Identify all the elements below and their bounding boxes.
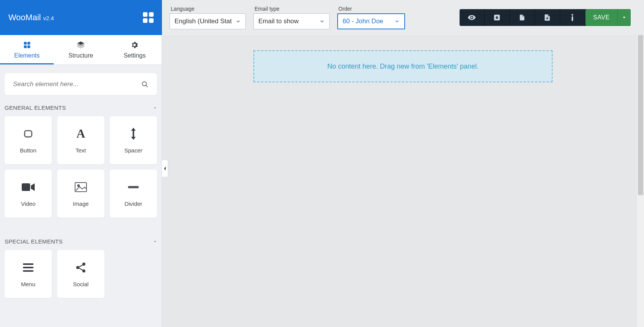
caret-down-icon [153,106,157,110]
info-button[interactable] [560,9,585,26]
vertical-scrollbar[interactable] [637,35,644,327]
chevron-down-icon [316,19,325,24]
svg-rect-21 [23,263,34,265]
language-group: Language English (United States) [170,6,246,29]
element-social[interactable]: Social [57,250,104,298]
svg-rect-5 [24,45,26,48]
search-box[interactable] [5,73,157,95]
import-button[interactable] [485,9,510,26]
tab-elements-label: Elements [14,52,40,59]
language-select[interactable]: English (United States) [170,13,246,29]
svg-rect-15 [22,183,30,191]
svg-rect-23 [23,270,34,272]
section-special-label: SPECIAL ELEMENTS [5,238,63,245]
language-value: English (United States) [175,18,232,25]
preview-button[interactable] [460,9,485,26]
order-value: 60 - John Doe [343,18,383,25]
action-bar: SAVE [460,9,631,26]
scrollbar-thumb[interactable] [638,35,643,195]
text-icon: A [76,127,85,140]
element-divider-label: Divider [125,200,143,207]
svg-point-0 [572,14,573,16]
app-version: v2.4 [43,15,54,21]
emailtype-value: Email to show [258,18,299,25]
section-general-label: GENERAL ELEMENTS [5,104,66,111]
svg-marker-20 [154,241,156,242]
tab-structure[interactable]: Structure [54,35,107,64]
elements-icon [23,41,31,49]
svg-point-10 [142,82,146,86]
settings-icon [130,41,139,49]
language-label: Language [171,6,246,12]
element-menu[interactable]: Menu [5,250,52,298]
svg-rect-6 [27,45,30,48]
spacer-icon [130,127,136,140]
element-spacer[interactable]: Spacer [110,116,157,164]
element-button[interactable]: Button [5,116,52,164]
svg-rect-4 [27,42,30,44]
empty-message: No content here. Drag new from 'Elements… [327,63,479,71]
sidebar: Elements Structure Settings GENERAL ELEM… [0,35,162,327]
svg-rect-22 [23,267,34,268]
svg-marker-14 [131,128,136,140]
special-elements-grid: Menu Social [0,250,162,298]
element-spacer-label: Spacer [124,147,143,154]
svg-rect-13 [25,130,32,136]
section-special[interactable]: SPECIAL ELEMENTS [0,229,162,250]
search-input[interactable] [13,80,141,88]
section-general[interactable]: GENERAL ELEMENTS [0,102,162,116]
save-button[interactable]: SAVE [585,9,631,26]
svg-line-11 [146,85,148,87]
svg-rect-28 [78,267,83,270]
svg-rect-27 [78,264,83,267]
export-page-button[interactable] [535,9,560,26]
order-label: Order [338,6,405,12]
save-dropdown[interactable] [617,10,630,26]
sidebar-header: WooMail v2.4 [0,0,162,35]
canvas[interactable]: No content here. Drag new from 'Elements… [162,35,644,327]
element-text-label: Text [75,147,86,154]
tab-settings[interactable]: Settings [108,35,162,64]
svg-rect-3 [24,42,26,44]
sidebar-collapse-handle[interactable] [162,160,168,177]
video-icon [22,181,35,194]
toolbar-right: SAVE [460,9,631,26]
search-icon [141,80,149,88]
svg-rect-19 [128,186,139,188]
svg-marker-12 [154,107,156,108]
search-wrap [0,65,162,102]
svg-marker-16 [31,183,35,191]
element-video[interactable]: Video [5,170,52,218]
element-image[interactable]: Image [57,170,104,218]
tab-settings-label: Settings [123,52,146,59]
element-text[interactable]: A Text [57,116,104,164]
element-menu-label: Menu [21,281,35,287]
emailtype-group: Email type Email to show [253,6,330,29]
element-image-label: Image [73,200,89,207]
general-elements-grid: Button A Text Spacer Video Image Divider [0,116,162,229]
divider-icon [128,181,139,194]
svg-rect-1 [572,16,573,21]
chevron-down-icon [391,19,400,24]
sidebar-tabs: Elements Structure Settings [0,35,162,65]
emailtype-label: Email type [255,6,330,12]
social-icon [75,261,86,274]
element-button-label: Button [20,147,36,154]
emailtype-select[interactable]: Email to show [253,13,330,29]
empty-dropzone[interactable]: No content here. Drag new from 'Elements… [253,50,553,82]
app-name: WooMail [8,13,41,22]
order-select[interactable]: 60 - John Doe [337,13,405,29]
menu-icon [23,261,34,274]
tab-structure-label: Structure [69,52,93,59]
dashboard-icon[interactable] [143,12,154,23]
image-icon [75,181,87,194]
new-page-button[interactable] [510,9,535,26]
caret-down-icon [153,240,157,244]
structure-icon [77,41,85,49]
element-divider[interactable]: Divider [110,170,157,218]
tab-elements[interactable]: Elements [0,35,54,64]
order-group: Order 60 - John Doe [337,6,405,29]
element-video-label: Video [21,200,35,207]
svg-point-18 [78,184,80,186]
svg-marker-2 [623,17,625,18]
